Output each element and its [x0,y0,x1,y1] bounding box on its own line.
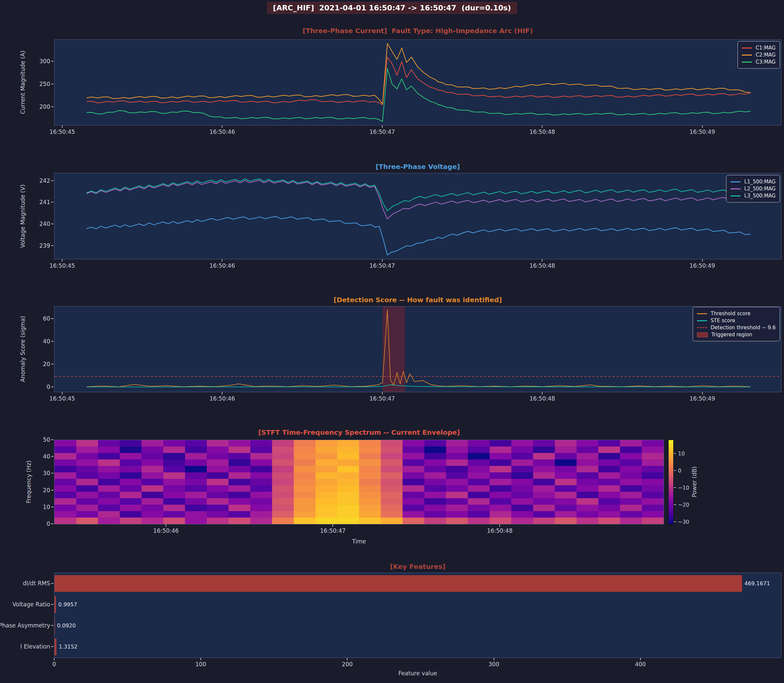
y-tick-label: 0 [29,383,50,390]
colorbar-tick-mark [674,504,676,505]
y-tick-mark [51,604,53,605]
y-tick-label: 239 [29,242,50,249]
x-tick-mark [499,524,500,527]
legend-label: Triggered region [711,332,752,338]
voltage-y-axis-label: Voltage Magnitude (V) [19,184,26,248]
y-tick-mark [51,507,53,507]
plot-current [54,40,781,125]
colorbar-label: Power (dB) [691,467,698,498]
y-tick-label: 40 [29,453,50,460]
y-tick-label: 240 [29,221,50,227]
legend-label: Threshold score [711,311,750,317]
y-tick-label: 20 [29,361,50,367]
x-tick-label: 16:50:45 [50,128,75,135]
y-tick-label: 241 [29,199,50,205]
y-tick-mark [51,202,53,202]
x-tick-mark [62,125,62,128]
legend-item: C2:MAG [742,52,776,58]
y-tick-mark [51,646,53,647]
x-tick-label: 400 [635,661,646,668]
x-tick-label: 16:50:46 [210,128,235,135]
x-tick-label: 16:50:46 [153,527,179,534]
x-tick-mark [702,392,703,394]
x-tick-mark [166,524,166,527]
stft-y-axis-label: Frequency (Hz) [26,460,32,503]
y-tick-mark [51,364,53,364]
x-tick-label: 0 [53,661,56,668]
x-tick-label: 16:50:47 [320,527,346,534]
legend-label: STE score [711,317,735,324]
y-tick-mark [51,523,53,524]
y-tick-mark [51,61,53,62]
colorbar-tick-mark [674,470,676,471]
y-tick-label: 300 [29,58,50,64]
legend-item: Detection threshold ~ 9.6 [697,325,776,330]
x-tick-label: 16:50:46 [210,395,235,402]
y-tick-mark [51,84,53,84]
legend-label: L3_500:MAG [744,193,776,199]
x-tick-mark [382,392,382,394]
y-tick-mark [51,245,53,246]
figure: [ARC_HIF] 2021-04-01 16:50:47 -> 16:50:4… [0,0,784,683]
colorbar-tick-label: −30 [678,519,690,525]
x-tick-mark [702,125,703,128]
x-tick-label: 16:50:49 [690,128,715,135]
category-tick-label: Phase Asymmetry [0,622,50,629]
category-tick-label: Voltage Ratio [0,601,50,608]
y-tick-mark [51,456,53,457]
category-tick-label: dI/dt RMS [0,580,50,587]
plot-features [54,572,781,658]
x-tick-mark [702,259,703,262]
y-tick-mark [51,318,53,319]
bar-value-label: 1.3152 [59,643,78,650]
y-tick-label: 30 [29,470,50,476]
y-tick-mark [51,341,53,342]
x-tick-mark [333,524,333,527]
legend-item: L2_500:MAG [731,186,776,192]
stft-panel-title: [STFT Time-Frequency Spectrum -- Current… [54,428,664,436]
x-tick-label: 16:50:46 [210,262,235,269]
colorbar [668,440,674,524]
line-swatch [731,196,741,196]
features-x-axis-label: Feature value [54,670,781,677]
x-tick-mark [382,125,382,128]
x-tick-label: 16:50:49 [690,262,715,269]
colorbar-tick-mark [674,453,676,454]
x-tick-label: 200 [342,661,352,668]
y-tick-label: 50 [29,436,50,443]
x-tick-label: 16:50:48 [530,262,555,269]
y-tick-label: 10 [29,503,50,510]
legend-item: C3:MAG [742,59,776,65]
line-swatch [731,188,741,189]
line-swatch [742,48,752,48]
x-tick-label: 16:50:47 [370,128,395,135]
y-tick-label: 60 [29,315,50,322]
x-tick-mark [200,658,201,660]
y-tick-mark [51,583,53,584]
x-tick-label: 16:50:45 [50,395,75,402]
line-swatch [742,62,752,63]
legend-label: C2:MAG [755,52,776,58]
bar-value-label: 469.1671 [744,580,770,586]
x-tick-mark [222,392,222,394]
line-swatch [697,313,707,314]
legend-label: C1:MAG [755,45,776,51]
bar-value-label: 0.9957 [58,601,77,608]
line-swatch [697,320,707,321]
x-tick-mark [347,658,347,660]
bar-value-label: 0.0920 [57,622,75,629]
detection-y-axis-label: Anomaly Score (sigma) [19,316,26,382]
y-tick-mark [51,224,53,224]
legend-item: L1_500:MAG [731,179,776,185]
x-tick-mark [62,392,62,394]
x-tick-label: 16:50:47 [370,395,395,402]
y-tick-mark [51,439,53,440]
y-tick-label: 200 [29,103,50,110]
legend-item: Threshold score [697,311,776,317]
current-panel-title: [Three-Phase Current] Fault Type: High-I… [54,27,781,35]
x-tick-mark [494,658,494,660]
legend-detection: Threshold scoreSTE scoreDetection thresh… [693,307,780,342]
colorbar-tick-label: −10 [678,484,690,491]
legend-voltage: L1_500:MAGL2_500:MAGL3_500:MAG [726,175,780,202]
y-tick-label: 20 [29,487,50,494]
